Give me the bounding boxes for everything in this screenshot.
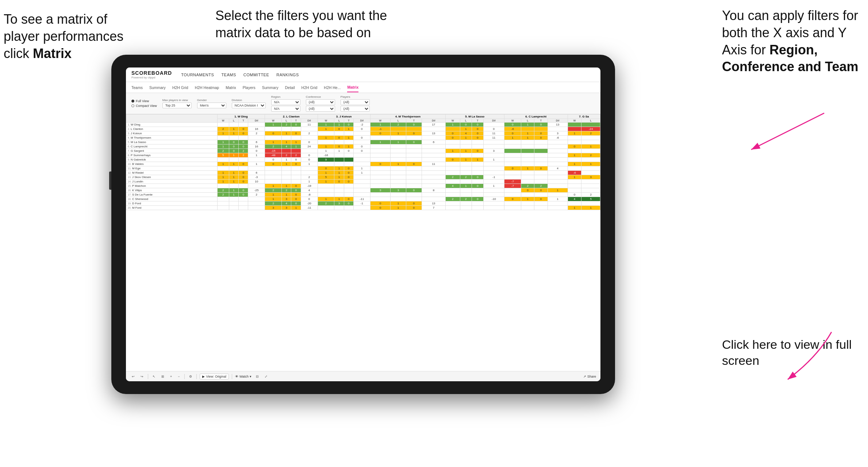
matrix-cell: -2 [353, 123, 370, 127]
gender-select[interactable]: Men's [197, 103, 226, 108]
subnav-detail[interactable]: Detail [285, 83, 295, 92]
subnav-h2h-grid2[interactable]: H2H Grid [302, 83, 318, 92]
matrix-cell: 1 [390, 162, 406, 166]
subnav-h2h-heatmap[interactable]: H2H Heatmap [195, 83, 219, 92]
settings-button[interactable]: ⚙ [188, 374, 193, 379]
view-original-button[interactable]: ▶ View: Original [200, 374, 229, 379]
view-compact-option[interactable]: Compact View [131, 104, 157, 108]
matrix-cell: 0 [445, 136, 460, 140]
matrix-cell [422, 166, 445, 171]
watch-icon: 👁 [235, 375, 238, 378]
matrix-cell [484, 123, 504, 127]
division-label: Division [232, 99, 266, 102]
matrix-cell [581, 184, 600, 188]
subnav-summary2[interactable]: Summary [262, 83, 279, 92]
col-header-w-ding: 1. W Ding [217, 115, 265, 119]
matrix-cell [568, 149, 581, 153]
player-name-cell: 9. N Gabrelcik [126, 158, 218, 162]
matrix-cell: 3 [548, 131, 568, 136]
subnav-h2h-grid[interactable]: H2H Grid [172, 83, 188, 92]
sub-d2: Dif [301, 119, 318, 123]
redo-button[interactable]: ↪ [139, 374, 145, 379]
nav-tournaments[interactable]: TOURNAMENTS [181, 73, 214, 77]
subnav-players[interactable]: Players [243, 83, 256, 92]
matrix-cell: 0 [472, 136, 483, 140]
matrix-cell [534, 171, 548, 175]
zoom-in-button[interactable]: + [169, 374, 173, 379]
matrix-cell: 0 [344, 123, 353, 127]
share-button[interactable]: ↗ Share [583, 375, 596, 378]
matrix-cell: 1 [568, 206, 581, 210]
matrix-cell [568, 123, 581, 127]
matrix-cell [344, 193, 353, 197]
players-select1[interactable]: (All) [341, 99, 370, 105]
player-name-cell: 18. C Sherwood [126, 197, 218, 201]
matrix-cell: 1 [484, 184, 504, 188]
nav-rankings[interactable]: RANKINGS [276, 73, 299, 77]
matrix-cell [217, 166, 229, 171]
matrix-cell [504, 188, 521, 193]
matrix-cell [568, 166, 581, 171]
matrix-cell: 4 [568, 197, 581, 201]
matrix-cell [568, 136, 581, 140]
matrix-cell: 1 [229, 188, 238, 193]
subnav-h2h-he[interactable]: H2H He... [324, 83, 341, 92]
matrix-cell [344, 153, 353, 158]
subnav-summary[interactable]: Summary [149, 83, 166, 92]
matrix-cell [422, 136, 445, 140]
matrix-cell: 0 [239, 180, 248, 184]
conference-select1[interactable]: (All) [306, 99, 335, 105]
matrix-cell [406, 144, 422, 149]
matrix-cell [422, 180, 445, 184]
matrix-cell [521, 158, 534, 162]
max-players-select[interactable]: Top 25 [162, 103, 192, 108]
subnav-matrix-active[interactable]: Matrix [347, 83, 358, 92]
sub-w7: W [568, 119, 581, 123]
matrix-cell: -10 [484, 197, 504, 201]
division-select[interactable]: NCAA Division I [232, 103, 266, 108]
matrix-cell [406, 153, 422, 158]
matrix-cell: 3 [282, 197, 291, 201]
matrix-cell: 0 [334, 144, 344, 149]
zoom-fit-button[interactable]: ⊞ [160, 374, 166, 379]
matrix-cell [460, 188, 472, 193]
zoom-out-button[interactable]: − [176, 374, 181, 379]
matrix-cell: 13 [422, 201, 445, 206]
subnav-teams[interactable]: Teams [131, 83, 143, 92]
layout-button[interactable]: ⊟ [254, 374, 260, 379]
matrix-cell: 0 [248, 149, 265, 153]
matrix-cell [445, 193, 460, 197]
matrix-cell [472, 201, 483, 206]
matrix-cell: 1 [568, 153, 581, 158]
view-full-option[interactable]: Full View [131, 99, 157, 103]
tablet-screen: SCOREBOARD Powered by clippd TOURNAMENTS… [126, 67, 600, 381]
matrix-cell: 0 [568, 144, 581, 149]
nav-committee[interactable]: COMMITTEE [243, 73, 269, 77]
nav-teams[interactable]: TEAMS [221, 73, 236, 77]
players-select2[interactable]: (All) [341, 106, 370, 112]
undo-button[interactable]: ↩ [130, 374, 136, 379]
cursor-button[interactable]: ↖ [151, 374, 157, 379]
region-select1[interactable]: N/A [271, 99, 300, 105]
matrix-cell: 0 [239, 127, 248, 131]
fullscreen-button[interactable]: ⤢ [263, 374, 269, 379]
matrix-cell: 0 [534, 136, 548, 140]
matrix-cell: 24 [301, 144, 318, 149]
matrix-cell [422, 127, 445, 131]
region-select2[interactable]: N/A [271, 106, 300, 112]
matrix-cell: 0 [344, 166, 353, 171]
watch-button[interactable]: 👁 Watch ▾ [235, 375, 251, 378]
matrix-cell [445, 180, 460, 184]
subnav-matrix[interactable]: Matrix [226, 83, 236, 92]
matrix-cell [334, 188, 344, 193]
conference-select2[interactable]: (All) [306, 106, 335, 112]
sub-l4: L [390, 119, 406, 123]
matrix-cell: 1 [229, 127, 238, 131]
matrix-cell: 1 [282, 140, 291, 144]
matrix-cell: -6 [568, 171, 581, 175]
matrix-cell: 13 [548, 123, 568, 127]
matrix-cell: 4 [445, 184, 460, 188]
matrix-cell: 0 [406, 123, 422, 127]
matrix-cell [534, 127, 548, 131]
scoreboard-logo: SCOREBOARD Powered by clippd [131, 70, 172, 79]
